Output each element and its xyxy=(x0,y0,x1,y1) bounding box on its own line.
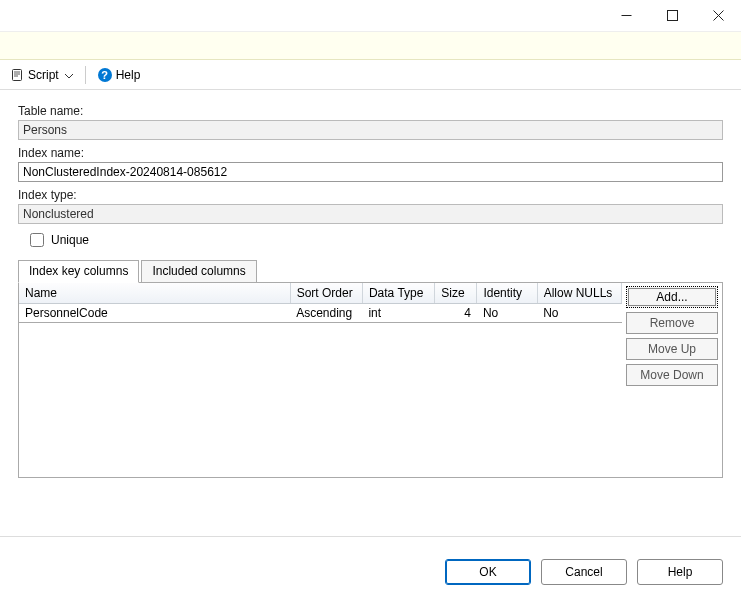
side-buttons: Add... Remove Move Up Move Down xyxy=(622,283,722,477)
index-name-field: Index name: xyxy=(18,146,723,182)
svg-rect-4 xyxy=(13,69,22,80)
col-header-data-type[interactable]: Data Type xyxy=(362,283,434,304)
tabstrip: Index key columns Included columns xyxy=(18,260,723,282)
tab-panel: Name Sort Order Data Type Size Identity … xyxy=(18,282,723,478)
toolbar-separator xyxy=(85,66,86,84)
tab-included-columns[interactable]: Included columns xyxy=(141,260,256,282)
index-type-label: Index type: xyxy=(18,188,723,202)
cell-sort-order: Ascending xyxy=(290,304,362,323)
index-type-field: Index type: Nonclustered xyxy=(18,188,723,224)
move-up-button[interactable]: Move Up xyxy=(626,338,718,360)
columns-grid[interactable]: Name Sort Order Data Type Size Identity … xyxy=(19,283,622,477)
ok-button[interactable]: OK xyxy=(445,559,531,585)
close-button[interactable] xyxy=(695,0,741,32)
index-name-input[interactable] xyxy=(18,162,723,182)
cell-size: 4 xyxy=(435,304,477,323)
columns-table: Name Sort Order Data Type Size Identity … xyxy=(19,283,622,323)
script-icon xyxy=(10,68,24,82)
tab-index-key-columns[interactable]: Index key columns xyxy=(18,260,139,283)
ribbon-banner xyxy=(0,32,741,60)
script-dropdown[interactable]: Script xyxy=(6,66,77,84)
footer-help-button[interactable]: Help xyxy=(637,559,723,585)
minimize-icon xyxy=(621,10,632,21)
chevron-down-icon xyxy=(65,68,73,82)
help-icon: ? xyxy=(98,68,112,82)
cancel-button[interactable]: Cancel xyxy=(541,559,627,585)
help-button[interactable]: ? Help xyxy=(94,66,145,84)
unique-label: Unique xyxy=(51,233,89,247)
script-label: Script xyxy=(28,68,59,82)
index-type-value: Nonclustered xyxy=(18,204,723,224)
grid-empty-area xyxy=(19,323,622,477)
cell-data-type: int xyxy=(362,304,434,323)
move-down-button[interactable]: Move Down xyxy=(626,364,718,386)
content-area: Table name: Persons Index name: Index ty… xyxy=(0,90,741,486)
col-header-sort-order[interactable]: Sort Order xyxy=(290,283,362,304)
svg-rect-1 xyxy=(667,11,677,21)
col-header-name[interactable]: Name xyxy=(19,283,290,304)
add-button[interactable]: Add... xyxy=(626,286,718,308)
remove-button[interactable]: Remove xyxy=(626,312,718,334)
table-name-value: Persons xyxy=(18,120,723,140)
close-icon xyxy=(713,10,724,21)
maximize-icon xyxy=(667,10,678,21)
cell-allow-nulls: No xyxy=(537,304,621,323)
help-label: Help xyxy=(116,68,141,82)
unique-checkbox[interactable] xyxy=(30,233,44,247)
table-name-label: Table name: xyxy=(18,104,723,118)
col-header-identity[interactable]: Identity xyxy=(477,283,537,304)
cell-identity: No xyxy=(477,304,537,323)
unique-checkbox-row: Unique xyxy=(26,230,723,250)
col-header-size[interactable]: Size xyxy=(435,283,477,304)
cell-name: PersonnelCode xyxy=(19,304,290,323)
footer-separator xyxy=(0,536,741,537)
titlebar xyxy=(0,0,741,32)
toolbar: Script ? Help xyxy=(0,60,741,90)
table-name-field: Table name: Persons xyxy=(18,104,723,140)
col-header-allow-nulls[interactable]: Allow NULLs xyxy=(537,283,621,304)
table-header-row: Name Sort Order Data Type Size Identity … xyxy=(19,283,622,304)
table-row[interactable]: PersonnelCode Ascending int 4 No No xyxy=(19,304,622,323)
minimize-button[interactable] xyxy=(603,0,649,32)
index-name-label: Index name: xyxy=(18,146,723,160)
dialog-footer: OK Cancel Help xyxy=(445,559,723,585)
maximize-button[interactable] xyxy=(649,0,695,32)
